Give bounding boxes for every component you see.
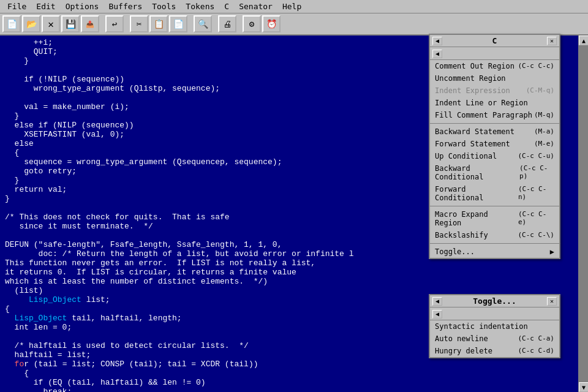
c-menu-arrow-button[interactable]: ◀ bbox=[432, 37, 442, 45]
c-menu-backslashify-label: Backslashify bbox=[435, 231, 488, 239]
paste-button[interactable]: 📄 bbox=[169, 15, 187, 32]
search-button[interactable]: 🔍 bbox=[194, 15, 212, 32]
toggle-menu-back-button[interactable]: ◀ bbox=[432, 310, 442, 318]
toggle-menu-auto-newline-label: Auto newline bbox=[435, 334, 488, 343]
menu-c[interactable]: C bbox=[219, 1, 234, 12]
c-menu-separator-2 bbox=[430, 206, 559, 206]
c-menu-uncomment-region-label: Uncomment Region bbox=[435, 74, 506, 83]
scroll-up-button[interactable]: ▲ bbox=[579, 36, 588, 45]
c-menu-comment-out-region-label: Comment Out Region bbox=[435, 62, 514, 70]
scrollbar-track[interactable] bbox=[579, 45, 588, 382]
toggle-menu-syntactic-indentation[interactable]: Syntactic indentation bbox=[430, 320, 559, 333]
c-menu-backward-conditional[interactable]: Backward Conditional (C-c C-p) bbox=[430, 162, 559, 183]
c-menu-titlebar: ◀ C ✕ bbox=[430, 35, 559, 47]
c-menu-up-conditional[interactable]: Up Conditional (C-c C-u) bbox=[430, 150, 559, 162]
scroll-down-button[interactable]: ▼ bbox=[579, 382, 588, 392]
print-button[interactable]: 🖨 bbox=[218, 15, 236, 32]
c-menu-forward-statement[interactable]: Forward Statement (M-e) bbox=[430, 138, 559, 150]
c-menu-forward-conditional-label: Forward Conditional bbox=[435, 185, 518, 202]
c-menu-indent-line-or-region[interactable]: Indent Line or Region bbox=[430, 97, 559, 109]
c-menu-back-button[interactable]: ◀ bbox=[432, 50, 442, 58]
timer-button[interactable]: ⏰ bbox=[262, 15, 281, 32]
c-menu-back: ◀ bbox=[430, 47, 559, 60]
c-menu-backward-conditional-label: Backward Conditional bbox=[435, 164, 519, 181]
c-menu-fill-comment-paragraph-shortcut: (M-q) bbox=[534, 111, 554, 119]
c-menu-backslashify[interactable]: Backslashify (C-c C-\) bbox=[430, 229, 559, 241]
c-menu-forward-conditional-shortcut: (C-c C-n) bbox=[518, 185, 554, 202]
c-menu-forward-statement-shortcut: (M-e) bbox=[534, 140, 554, 148]
toggle-menu-close-button[interactable]: ✕ bbox=[547, 297, 557, 306]
toggle-menu-hungry-delete[interactable]: Hungry delete (C-c C-d) bbox=[430, 345, 559, 357]
toggle-menu-arrow-button[interactable]: ◀ bbox=[432, 297, 442, 306]
toggle-menu-auto-newline-shortcut: (C-c C-a) bbox=[518, 334, 554, 343]
c-menu-close-button[interactable]: ✕ bbox=[547, 37, 557, 45]
menu-options[interactable]: Options bbox=[61, 1, 104, 12]
c-menu-window: ◀ C ✕ ◀ Comment Out Region (C-c C-c) Unc… bbox=[429, 34, 560, 259]
c-menu-backslashify-shortcut: (C-c C-\) bbox=[518, 231, 554, 239]
c-menu-fill-comment-paragraph[interactable]: Fill Comment Paragraph (M-q) bbox=[430, 109, 559, 121]
c-menu-separator-1 bbox=[430, 123, 559, 124]
c-menu-indent-expression-label: Indent Expression bbox=[435, 86, 510, 95]
menubar: File Edit Options Buffers Tools Tokens C… bbox=[0, 0, 588, 13]
save-button[interactable]: 💾 bbox=[61, 15, 80, 32]
menu-tools[interactable]: Tools bbox=[147, 1, 181, 12]
c-menu-up-conditional-label: Up Conditional bbox=[435, 152, 497, 160]
c-menu-backward-statement-label: Backward Statement bbox=[435, 127, 514, 136]
menu-buffers[interactable]: Buffers bbox=[104, 1, 147, 12]
toggle-menu-auto-newline[interactable]: Auto newline (C-c C-a) bbox=[430, 333, 559, 345]
tools-button[interactable]: ⚙ bbox=[243, 15, 261, 32]
toolbar: 📄 📂 ✕ 💾 📤 ↩ ✂ 📋 📄 🔍 🖨 ⚙ ⏰ bbox=[0, 13, 588, 36]
c-menu-separator-3 bbox=[430, 243, 559, 244]
c-menu-toggle[interactable]: Toggle... ▶ bbox=[430, 246, 559, 258]
undo-button[interactable]: ↩ bbox=[105, 15, 124, 32]
c-menu-up-conditional-shortcut: (C-c C-u) bbox=[518, 152, 554, 160]
c-menu-forward-statement-label: Forward Statement bbox=[435, 140, 510, 148]
c-menu-backward-conditional-shortcut: (C-c C-p) bbox=[519, 164, 554, 181]
c-menu-macro-expand-region[interactable]: Macro Expand Region (C-c C-e) bbox=[430, 208, 559, 229]
save-as-button[interactable]: 📤 bbox=[81, 15, 99, 32]
c-menu-toggle-label: Toggle... bbox=[435, 247, 475, 256]
c-menu-backward-statement[interactable]: Backward Statement (M-a) bbox=[430, 126, 559, 138]
toggle-menu-back: ◀ bbox=[430, 307, 559, 320]
menu-help[interactable]: Help bbox=[277, 1, 306, 12]
toggle-menu-titlebar: ◀ Toggle... ✕ bbox=[430, 295, 559, 307]
open-button[interactable]: 📂 bbox=[22, 15, 40, 32]
c-menu-indent-expression: Indent Expression (C-M-q) bbox=[430, 85, 559, 97]
c-menu-macro-expand-region-shortcut: (C-c C-e) bbox=[518, 210, 554, 227]
menu-edit[interactable]: Edit bbox=[31, 1, 60, 12]
scrollbar[interactable]: ▲ ▼ bbox=[578, 36, 588, 392]
toggle-menu-hungry-delete-label: Hungry delete bbox=[435, 347, 492, 355]
toggle-menu-syntactic-indentation-label: Syntactic indentation bbox=[435, 322, 528, 331]
c-menu-forward-conditional[interactable]: Forward Conditional (C-c C-n) bbox=[430, 183, 559, 204]
close-button[interactable]: ✕ bbox=[42, 15, 60, 32]
toggle-menu-hungry-delete-shortcut: (C-c C-d) bbox=[518, 347, 554, 355]
toggle-menu-window: ◀ Toggle... ✕ ◀ Syntactic indentation Au… bbox=[429, 294, 560, 358]
toggle-menu-title: Toggle... bbox=[442, 296, 547, 306]
c-menu-fill-comment-paragraph-label: Fill Comment Paragraph bbox=[435, 111, 532, 119]
cut-button[interactable]: ✂ bbox=[130, 15, 148, 32]
c-menu-indent-line-or-region-label: Indent Line or Region bbox=[435, 99, 528, 107]
menu-tokens[interactable]: Tokens bbox=[181, 1, 219, 12]
c-menu-comment-out-region-shortcut: (C-c C-c) bbox=[518, 62, 554, 70]
c-menu-macro-expand-region-label: Macro Expand Region bbox=[435, 210, 518, 227]
c-menu-indent-expression-shortcut: (C-M-q) bbox=[526, 86, 554, 95]
c-menu-toggle-arrow: ▶ bbox=[550, 247, 554, 256]
c-menu-backward-statement-shortcut: (M-a) bbox=[534, 127, 554, 136]
menu-senator[interactable]: Senator bbox=[234, 1, 277, 12]
menu-file[interactable]: File bbox=[2, 1, 31, 12]
c-menu-uncomment-region[interactable]: Uncomment Region bbox=[430, 72, 559, 85]
c-menu-title: C bbox=[442, 36, 547, 45]
c-menu-comment-out-region[interactable]: Comment Out Region (C-c C-c) bbox=[430, 60, 559, 72]
copy-button[interactable]: 📋 bbox=[149, 15, 168, 32]
new-file-button[interactable]: 📄 bbox=[2, 15, 21, 32]
